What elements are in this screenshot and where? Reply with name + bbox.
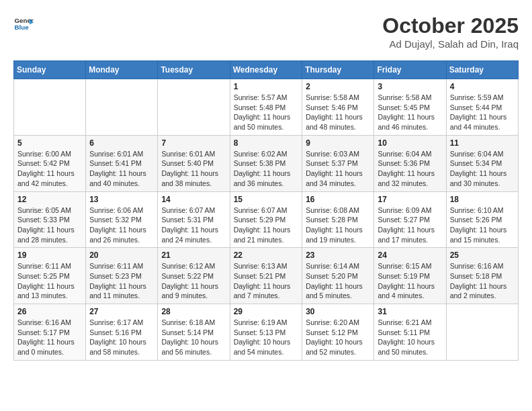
calendar-cell: 31Sunrise: 6:21 AM Sunset: 5:11 PM Dayli… (374, 304, 446, 361)
calendar-cell: 16Sunrise: 6:08 AM Sunset: 5:28 PM Dayli… (302, 191, 374, 248)
calendar-cell: 14Sunrise: 6:07 AM Sunset: 5:31 PM Dayli… (158, 191, 230, 248)
svg-text:Blue: Blue (15, 24, 30, 31)
day-number: 16 (306, 195, 370, 204)
calendar-week-row: 1Sunrise: 5:57 AM Sunset: 5:48 PM Daylig… (14, 79, 519, 136)
day-detail: Sunrise: 6:16 AM Sunset: 5:17 PM Dayligh… (17, 318, 82, 357)
weekday-header-row: SundayMondayTuesdayWednesdayThursdayFrid… (14, 61, 519, 79)
day-number: 29 (234, 307, 299, 316)
calendar-cell: 10Sunrise: 6:04 AM Sunset: 5:36 PM Dayli… (374, 135, 446, 191)
day-detail: Sunrise: 6:21 AM Sunset: 5:11 PM Dayligh… (378, 318, 442, 357)
calendar-cell: 26Sunrise: 6:16 AM Sunset: 5:17 PM Dayli… (14, 304, 86, 361)
logo: General Blue (13, 13, 34, 34)
day-detail: Sunrise: 6:20 AM Sunset: 5:12 PM Dayligh… (306, 318, 370, 357)
calendar-cell: 3Sunrise: 5:58 AM Sunset: 5:45 PM Daylig… (374, 79, 446, 136)
day-detail: Sunrise: 6:04 AM Sunset: 5:34 PM Dayligh… (450, 149, 515, 189)
day-detail: Sunrise: 5:58 AM Sunset: 5:46 PM Dayligh… (306, 93, 370, 132)
day-detail: Sunrise: 6:07 AM Sunset: 5:29 PM Dayligh… (234, 205, 299, 245)
day-detail: Sunrise: 6:10 AM Sunset: 5:26 PM Dayligh… (450, 205, 515, 245)
calendar-cell: 12Sunrise: 6:05 AM Sunset: 5:33 PM Dayli… (14, 191, 86, 248)
weekday-header: Wednesday (230, 61, 302, 79)
calendar-cell: 15Sunrise: 6:07 AM Sunset: 5:29 PM Dayli… (230, 191, 302, 248)
calendar-cell: 7Sunrise: 6:01 AM Sunset: 5:40 PM Daylig… (158, 135, 230, 191)
day-detail: Sunrise: 6:01 AM Sunset: 5:41 PM Dayligh… (89, 149, 154, 189)
day-number: 3 (378, 82, 442, 91)
day-number: 21 (161, 250, 226, 260)
weekday-header: Thursday (302, 61, 374, 79)
calendar-cell: 5Sunrise: 6:00 AM Sunset: 5:42 PM Daylig… (14, 135, 86, 191)
day-number: 30 (306, 307, 370, 316)
weekday-header: Saturday (446, 61, 518, 79)
calendar-cell (86, 79, 158, 136)
day-number: 4 (450, 82, 515, 91)
day-number: 6 (89, 138, 154, 148)
calendar-cell: 8Sunrise: 6:02 AM Sunset: 5:38 PM Daylig… (230, 135, 302, 191)
calendar-week-row: 26Sunrise: 6:16 AM Sunset: 5:17 PM Dayli… (14, 304, 519, 361)
day-number: 18 (450, 195, 515, 204)
day-number: 17 (378, 195, 442, 204)
day-detail: Sunrise: 6:11 AM Sunset: 5:25 PM Dayligh… (17, 261, 82, 301)
day-detail: Sunrise: 6:01 AM Sunset: 5:40 PM Dayligh… (161, 149, 226, 189)
day-detail: Sunrise: 6:15 AM Sunset: 5:19 PM Dayligh… (378, 261, 442, 301)
day-detail: Sunrise: 6:07 AM Sunset: 5:31 PM Dayligh… (161, 205, 226, 245)
day-number: 8 (234, 138, 299, 148)
day-detail: Sunrise: 6:13 AM Sunset: 5:21 PM Dayligh… (234, 261, 299, 301)
day-number: 26 (17, 307, 82, 316)
calendar-cell: 22Sunrise: 6:13 AM Sunset: 5:21 PM Dayli… (230, 248, 302, 304)
day-number: 25 (450, 250, 515, 260)
day-detail: Sunrise: 6:08 AM Sunset: 5:28 PM Dayligh… (306, 205, 370, 245)
day-detail: Sunrise: 6:03 AM Sunset: 5:37 PM Dayligh… (306, 149, 370, 189)
calendar-cell (14, 79, 86, 136)
day-detail: Sunrise: 6:09 AM Sunset: 5:27 PM Dayligh… (378, 205, 442, 245)
day-detail: Sunrise: 6:11 AM Sunset: 5:23 PM Dayligh… (89, 261, 154, 301)
calendar-week-row: 12Sunrise: 6:05 AM Sunset: 5:33 PM Dayli… (14, 191, 519, 248)
day-number: 5 (17, 138, 82, 148)
day-number: 20 (89, 250, 154, 260)
day-detail: Sunrise: 6:05 AM Sunset: 5:33 PM Dayligh… (17, 205, 82, 245)
weekday-header: Sunday (14, 61, 86, 79)
day-detail: Sunrise: 6:06 AM Sunset: 5:32 PM Dayligh… (89, 205, 154, 245)
day-number: 1 (234, 82, 299, 91)
calendar-cell: 11Sunrise: 6:04 AM Sunset: 5:34 PM Dayli… (446, 135, 518, 191)
day-detail: Sunrise: 6:00 AM Sunset: 5:42 PM Dayligh… (17, 149, 82, 189)
day-number: 11 (450, 138, 515, 148)
calendar-cell: 18Sunrise: 6:10 AM Sunset: 5:26 PM Dayli… (446, 191, 518, 248)
day-number: 12 (17, 195, 82, 204)
calendar-cell: 1Sunrise: 5:57 AM Sunset: 5:48 PM Daylig… (230, 79, 302, 136)
location-subtitle: Ad Dujayl, Salah ad Din, Iraq (382, 38, 519, 50)
weekday-header: Tuesday (158, 61, 230, 79)
month-title: October 2025 (382, 13, 519, 38)
calendar-cell: 25Sunrise: 6:16 AM Sunset: 5:18 PM Dayli… (446, 248, 518, 304)
calendar-cell: 13Sunrise: 6:06 AM Sunset: 5:32 PM Dayli… (86, 191, 158, 248)
day-number: 2 (306, 82, 370, 91)
calendar-cell: 29Sunrise: 6:19 AM Sunset: 5:13 PM Dayli… (230, 304, 302, 361)
calendar-cell: 21Sunrise: 6:12 AM Sunset: 5:22 PM Dayli… (158, 248, 230, 304)
day-number: 19 (17, 250, 82, 260)
calendar-week-row: 5Sunrise: 6:00 AM Sunset: 5:42 PM Daylig… (14, 135, 519, 191)
calendar-cell (158, 79, 230, 136)
calendar-table: SundayMondayTuesdayWednesdayThursdayFrid… (13, 60, 519, 361)
day-detail: Sunrise: 6:17 AM Sunset: 5:16 PM Dayligh… (89, 318, 154, 357)
day-detail: Sunrise: 5:57 AM Sunset: 5:48 PM Dayligh… (234, 93, 299, 132)
day-number: 23 (306, 250, 370, 260)
page-header: General Blue October 2025 Ad Dujayl, Sal… (13, 13, 519, 50)
calendar-cell: 27Sunrise: 6:17 AM Sunset: 5:16 PM Dayli… (86, 304, 158, 361)
day-number: 15 (234, 195, 299, 204)
calendar-cell: 28Sunrise: 6:18 AM Sunset: 5:14 PM Dayli… (158, 304, 230, 361)
day-number: 31 (378, 307, 442, 316)
day-detail: Sunrise: 6:19 AM Sunset: 5:13 PM Dayligh… (234, 318, 299, 357)
weekday-header: Monday (86, 61, 158, 79)
weekday-header: Friday (374, 61, 446, 79)
calendar-cell: 20Sunrise: 6:11 AM Sunset: 5:23 PM Dayli… (86, 248, 158, 304)
calendar-cell: 2Sunrise: 5:58 AM Sunset: 5:46 PM Daylig… (302, 79, 374, 136)
day-number: 10 (378, 138, 442, 148)
calendar-cell: 30Sunrise: 6:20 AM Sunset: 5:12 PM Dayli… (302, 304, 374, 361)
day-detail: Sunrise: 6:14 AM Sunset: 5:20 PM Dayligh… (306, 261, 370, 301)
calendar-cell: 23Sunrise: 6:14 AM Sunset: 5:20 PM Dayli… (302, 248, 374, 304)
title-block: October 2025 Ad Dujayl, Salah ad Din, Ir… (382, 13, 519, 50)
logo-icon: General Blue (13, 13, 34, 34)
day-number: 13 (89, 195, 154, 204)
day-number: 9 (306, 138, 370, 148)
day-number: 14 (161, 195, 226, 204)
day-number: 22 (234, 250, 299, 260)
calendar-cell: 6Sunrise: 6:01 AM Sunset: 5:41 PM Daylig… (86, 135, 158, 191)
